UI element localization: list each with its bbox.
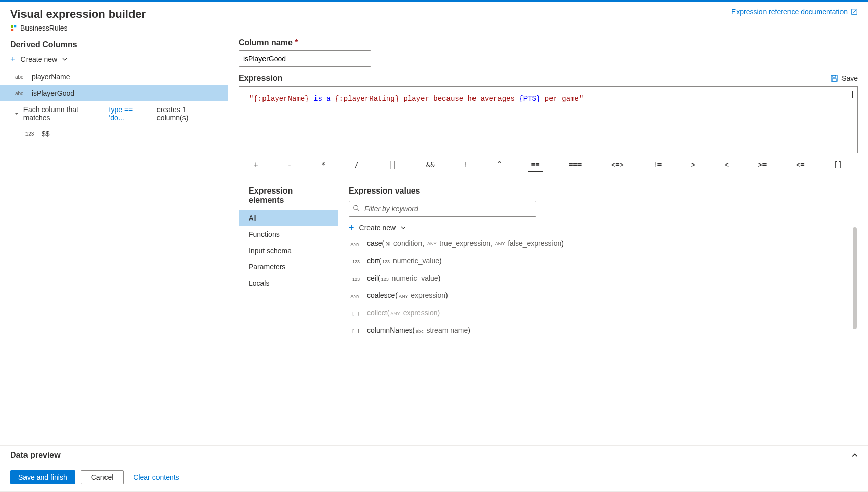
- return-type: ANY: [349, 294, 360, 299]
- column-name-input[interactable]: [239, 50, 371, 67]
- sidebar-heading: Derived Columns: [0, 38, 228, 52]
- search-icon: [353, 205, 360, 213]
- pattern-prefix: Each column that matches: [23, 105, 105, 122]
- expression-token: is a: [309, 95, 335, 103]
- create-new-label: Create new: [359, 224, 396, 232]
- elements-item-all[interactable]: All: [239, 210, 338, 226]
- svg-rect-2: [11, 29, 13, 31]
- filter-input[interactable]: [349, 201, 536, 217]
- subtitle-row: BusinessRules: [10, 24, 146, 32]
- operator-[interactable]: -: [284, 158, 295, 172]
- operator-[interactable]: []: [831, 158, 846, 172]
- doc-link[interactable]: Expression reference documentation: [731, 8, 858, 16]
- expression-values-panel: Expression values + Create new ANYcase(⤨…: [338, 179, 858, 445]
- function-columnNames[interactable]: [ ]columnNames(abc stream name): [349, 326, 848, 334]
- svg-rect-1: [14, 25, 16, 28]
- chevron-up-icon: [852, 452, 858, 458]
- operator-[interactable]: ||: [385, 158, 400, 172]
- operator-[interactable]: &&: [423, 158, 438, 172]
- main-area: Derived Columns + Create new abc playerN…: [0, 36, 868, 445]
- expression-token: player because he averages: [399, 95, 519, 103]
- flow-icon: [10, 24, 17, 32]
- scrollbar[interactable]: [853, 186, 857, 445]
- chevron-down-icon: [62, 57, 67, 62]
- save-label: Save: [841, 74, 858, 83]
- operator-[interactable]: ==: [528, 158, 543, 172]
- elements-item-locals[interactable]: Locals: [239, 275, 338, 291]
- param-name: numeric_value: [391, 257, 439, 265]
- plus-icon: +: [10, 54, 16, 64]
- function-case[interactable]: ANYcase(⤨ condition, ANY true_expression…: [349, 239, 848, 248]
- sidebar: Derived Columns + Create new abc playerN…: [0, 36, 228, 445]
- column-name-field: Column name *: [239, 38, 858, 67]
- values-create-new[interactable]: + Create new: [349, 221, 858, 239]
- param-name: condition,: [391, 239, 426, 248]
- svg-rect-5: [833, 75, 836, 77]
- operator-row: +-*/||&&!^=====<=>!=><>=<=[]: [239, 153, 858, 175]
- type-tag-123: 123: [24, 131, 35, 137]
- operator-[interactable]: *: [318, 158, 328, 172]
- type-tag-abc: abc: [14, 74, 24, 80]
- operator-[interactable]: <=>: [608, 158, 627, 172]
- save-and-finish-button[interactable]: Save and finish: [10, 470, 75, 484]
- return-type: ANY: [349, 242, 360, 247]
- param-type: 123: [380, 277, 390, 282]
- sidebar-create-new[interactable]: + Create new: [0, 52, 228, 69]
- elements-list: AllFunctionsInput schemaParametersLocals: [239, 210, 338, 291]
- column-item-isplayergood[interactable]: abc isPlayerGood: [0, 85, 228, 101]
- expression-editor[interactable]: "{:playerName} is a {:playerRating} play…: [239, 86, 858, 153]
- column-list: abc playerName abc isPlayerGood Each col…: [0, 69, 228, 142]
- return-type: 123: [349, 277, 360, 282]
- function-signature: cbrt(123 numeric_value): [367, 257, 442, 265]
- operator-[interactable]: >: [688, 158, 698, 172]
- data-preview-bar[interactable]: Data preview: [0, 445, 868, 465]
- param-type: ANY: [426, 241, 438, 247]
- save-expression-button[interactable]: Save: [830, 74, 858, 83]
- column-item-nested[interactable]: 123 $$: [0, 126, 228, 142]
- chevron-down-icon: [14, 111, 19, 116]
- function-collect: [ ]collect(ANY expression): [349, 309, 848, 317]
- elements-item-parameters[interactable]: Parameters: [239, 259, 338, 275]
- param-name: expression: [401, 309, 438, 317]
- function-ceil[interactable]: 123ceil(123 numeric_value): [349, 274, 848, 282]
- expression-token: {PTS}: [519, 95, 540, 103]
- clear-contents-button[interactable]: Clear contents: [129, 470, 183, 484]
- function-signature: coalesce(ANY expression): [367, 291, 448, 299]
- function-cbrt[interactable]: 123cbrt(123 numeric_value): [349, 257, 848, 265]
- param-type: ANY: [494, 241, 506, 247]
- content-panel: Column name * Expression Save: [228, 36, 868, 445]
- doc-link-label: Expression reference documentation: [731, 8, 848, 16]
- operator-[interactable]: +: [251, 158, 261, 172]
- function-signature: case(⤨ condition, ANY true_expression, A…: [367, 239, 564, 248]
- operator-[interactable]: <: [722, 158, 732, 172]
- operator-[interactable]: /: [352, 158, 362, 172]
- type-tag-abc: abc: [14, 91, 24, 96]
- expression-label: Expression: [239, 74, 282, 83]
- operator-[interactable]: ^: [494, 158, 505, 172]
- footer: Save and finish Cancel Clear contents: [0, 465, 868, 492]
- param-type: ANY: [389, 311, 401, 316]
- svg-rect-6: [832, 79, 836, 81]
- return-type: 123: [349, 259, 360, 264]
- scrollbar-thumb[interactable]: [853, 227, 857, 329]
- function-signature: collect(ANY expression): [367, 309, 440, 317]
- operator-[interactable]: !=: [650, 158, 665, 172]
- operator-[interactable]: !: [461, 158, 471, 172]
- cancel-button[interactable]: Cancel: [81, 470, 124, 484]
- expression-field: Expression Save "{:playerName} is a {:pl…: [239, 74, 858, 153]
- operator-[interactable]: <=: [793, 158, 808, 172]
- svg-point-0: [11, 25, 13, 28]
- operator-[interactable]: ===: [566, 158, 585, 172]
- elements-item-input-schema[interactable]: Input schema: [239, 242, 338, 259]
- elements-item-functions[interactable]: Functions: [239, 226, 338, 242]
- param-type: ANY: [398, 294, 409, 299]
- filter-input-wrap: [349, 201, 536, 217]
- column-item-playername[interactable]: abc playerName: [0, 69, 228, 85]
- function-list: ANYcase(⤨ condition, ANY true_expression…: [349, 239, 858, 445]
- page-title: Visual expression builder: [10, 8, 146, 21]
- operator-[interactable]: >=: [755, 158, 770, 172]
- expression-token: {:playerRating}: [335, 95, 399, 103]
- column-pattern-row[interactable]: Each column that matches type == 'do… cr…: [0, 101, 228, 126]
- function-coalesce[interactable]: ANYcoalesce(ANY expression): [349, 291, 848, 299]
- param-name: stream name: [425, 326, 468, 334]
